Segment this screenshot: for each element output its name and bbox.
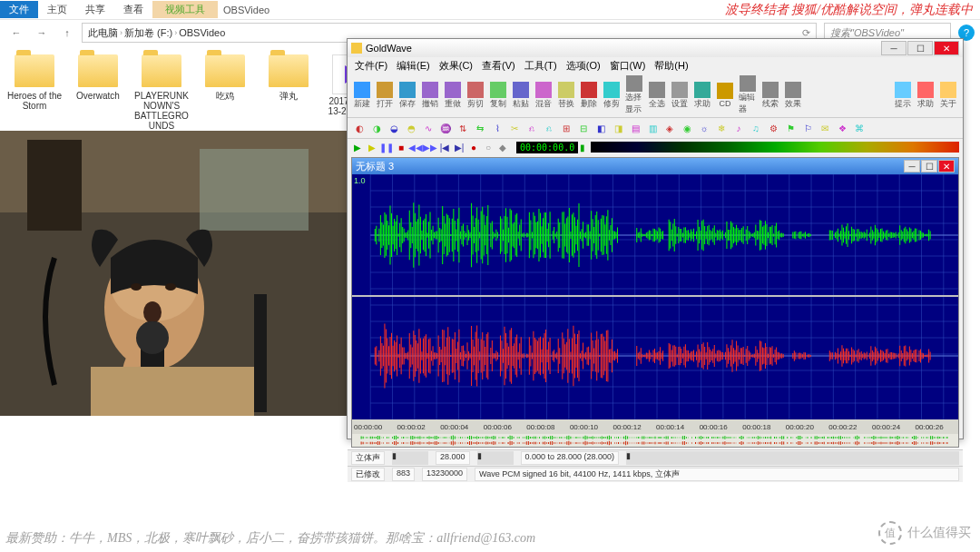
- crumb[interactable]: 新加卷 (F:): [124, 26, 172, 40]
- toolbar-button[interactable]: [785, 82, 801, 98]
- waveform-area[interactable]: 1.0: [352, 174, 958, 419]
- toolbar-button[interactable]: [895, 82, 911, 98]
- timeline[interactable]: 00:00:0000:00:0200:00:0400:00:0600:00:08…: [352, 419, 958, 434]
- close-button[interactable]: ✕: [934, 41, 959, 55]
- toolbar-button[interactable]: [917, 82, 934, 98]
- effect-button[interactable]: ▥: [644, 120, 661, 136]
- pause-button[interactable]: ❚❚: [380, 141, 393, 153]
- effect-button[interactable]: ⌇: [489, 120, 505, 136]
- effect-button[interactable]: ⇅: [455, 120, 471, 136]
- effect-button[interactable]: ⚑: [782, 120, 799, 136]
- effect-button[interactable]: ⎌: [541, 120, 557, 136]
- effect-button[interactable]: ⇆: [472, 120, 488, 136]
- doc-titlebar[interactable]: 无标题 3 ─ ☐ ✕: [352, 158, 958, 174]
- play-yellow-button[interactable]: ▶: [366, 141, 378, 153]
- file-item[interactable]: 吃鸡: [196, 54, 254, 101]
- ribbon-view[interactable]: 查看: [114, 1, 152, 18]
- menu-item[interactable]: 选项(O): [563, 59, 604, 73]
- doc-minimize[interactable]: ─: [904, 160, 920, 172]
- toolbar-button[interactable]: [513, 82, 529, 98]
- overview-strip[interactable]: [352, 434, 958, 447]
- toolbar-button[interactable]: [422, 82, 438, 98]
- marker-button[interactable]: ◆: [496, 141, 509, 153]
- status-scrollbar[interactable]: ▮: [392, 451, 428, 465]
- toolbar-button[interactable]: [940, 82, 956, 98]
- effect-button[interactable]: ❄: [713, 120, 730, 136]
- forward-button[interactable]: ▶▶: [424, 141, 436, 153]
- back-button[interactable]: ←: [5, 23, 27, 43]
- toolbar-button[interactable]: [354, 82, 370, 98]
- menu-item[interactable]: 工具(T): [521, 59, 561, 73]
- toolbar-button[interactable]: [671, 82, 688, 98]
- effect-button[interactable]: ⚙: [765, 120, 781, 136]
- toolbar-button[interactable]: [467, 82, 484, 98]
- menu-item[interactable]: 文件(F): [351, 59, 391, 73]
- effect-button[interactable]: ♪: [730, 120, 747, 136]
- effect-button[interactable]: ⎌: [524, 120, 540, 136]
- up-button[interactable]: ↑: [56, 23, 78, 43]
- toolbar-button[interactable]: [603, 82, 620, 98]
- effect-button[interactable]: ◨: [610, 120, 626, 136]
- effect-button[interactable]: ❖: [834, 120, 850, 136]
- toolbar-button[interactable]: [626, 75, 642, 92]
- effect-button[interactable]: ◉: [679, 120, 695, 136]
- file-item[interactable]: Heroes of the Storm: [5, 54, 64, 111]
- status-scrollbar3[interactable]: ▮: [626, 451, 959, 465]
- ribbon-file[interactable]: 文件: [0, 1, 38, 18]
- effect-button[interactable]: ⊞: [558, 120, 574, 136]
- stop-button[interactable]: ■: [395, 141, 407, 153]
- record-button[interactable]: ●: [467, 141, 480, 153]
- effect-button[interactable]: ✉: [817, 120, 833, 136]
- effect-button[interactable]: ⌘: [851, 120, 867, 136]
- toolbar-button[interactable]: [717, 83, 733, 99]
- effect-button[interactable]: ∿: [420, 120, 436, 136]
- toolbar-button[interactable]: [445, 82, 461, 98]
- effect-button[interactable]: ◒: [386, 120, 402, 136]
- effect-button[interactable]: ◓: [403, 120, 419, 136]
- goldwave-titlebar[interactable]: GoldWave ─ ☐ ✕: [348, 39, 963, 57]
- toolbar-button[interactable]: [762, 82, 779, 98]
- crumb[interactable]: 此电脑: [88, 26, 118, 40]
- crumb[interactable]: OBSVideo: [179, 27, 225, 38]
- play-button[interactable]: ▶: [351, 141, 364, 153]
- doc-maximize[interactable]: ☐: [921, 160, 937, 172]
- toolbar-button[interactable]: [581, 82, 597, 98]
- effect-button[interactable]: ▤: [627, 120, 643, 136]
- menu-item[interactable]: 编辑(E): [393, 59, 434, 73]
- status-scrollbar2[interactable]: ▮: [477, 451, 514, 465]
- effect-button[interactable]: ☼: [696, 120, 712, 136]
- toolbar-button[interactable]: [558, 82, 574, 98]
- loop-button[interactable]: ○: [482, 141, 495, 153]
- file-item[interactable]: Overwatch: [69, 54, 127, 101]
- ribbon-home[interactable]: 主页: [38, 1, 76, 18]
- forward-button[interactable]: →: [31, 23, 53, 43]
- toolbar-button[interactable]: [377, 82, 393, 98]
- toolbar-button[interactable]: [740, 75, 756, 92]
- toolbar-button[interactable]: [649, 82, 665, 98]
- effect-button[interactable]: ◈: [662, 120, 678, 136]
- skip-end-button[interactable]: ▶|: [453, 141, 466, 153]
- menu-item[interactable]: 帮助(H): [651, 59, 691, 73]
- effect-button[interactable]: ◐: [351, 120, 368, 136]
- skip-start-button[interactable]: |◀: [438, 141, 451, 153]
- effect-button[interactable]: ⊟: [575, 120, 592, 136]
- menu-item[interactable]: 查看(V): [478, 59, 519, 73]
- menu-item[interactable]: 效果(C): [436, 59, 476, 73]
- rewind-button[interactable]: ◀◀: [409, 141, 422, 153]
- refresh-icon[interactable]: ⟳: [802, 27, 810, 39]
- toolbar-button[interactable]: [694, 82, 710, 98]
- toolbar-button[interactable]: [535, 82, 552, 98]
- toolbar-button[interactable]: [399, 82, 416, 98]
- doc-close[interactable]: ✕: [938, 160, 955, 172]
- ribbon-share[interactable]: 共享: [76, 1, 114, 18]
- file-item[interactable]: 弹丸: [260, 54, 318, 101]
- file-item[interactable]: PLAYERUNKNOWN'S BATTLEGROUNDS: [132, 54, 191, 131]
- effect-button[interactable]: ♫: [748, 120, 764, 136]
- effect-button[interactable]: ✂: [506, 120, 523, 136]
- effect-button[interactable]: ♒: [437, 120, 454, 136]
- menu-item[interactable]: 窗口(W): [606, 59, 650, 73]
- maximize-button[interactable]: ☐: [907, 41, 933, 55]
- effect-button[interactable]: ⚐: [799, 120, 816, 136]
- minimize-button[interactable]: ─: [881, 41, 906, 55]
- effect-button[interactable]: ◑: [368, 120, 385, 136]
